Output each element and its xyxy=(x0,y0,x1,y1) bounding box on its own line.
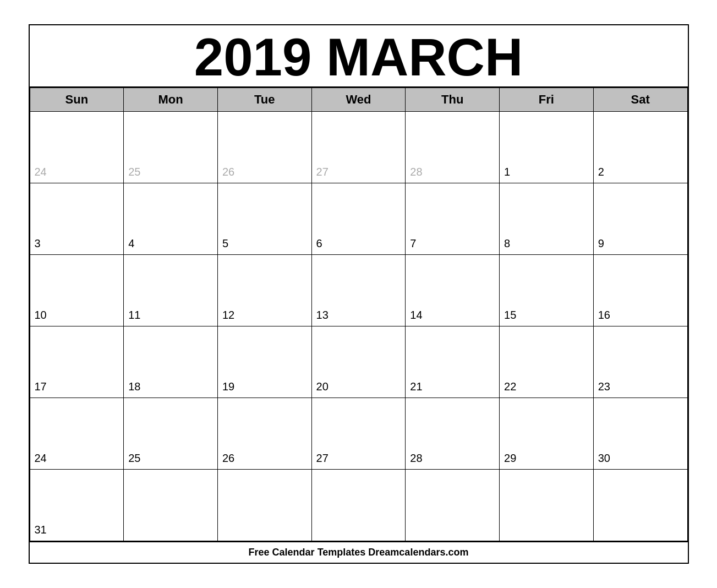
calendar-day-cell: 3 xyxy=(30,183,124,255)
calendar-day-cell: 28 xyxy=(406,398,500,470)
calendar-day-cell xyxy=(500,470,594,541)
calendar-day-cell: 25 xyxy=(124,398,218,470)
calendar-day-cell: 22 xyxy=(500,326,594,398)
calendar-day-cell: 12 xyxy=(217,255,311,326)
calendar-day-cell: 30 xyxy=(593,398,687,470)
day-of-week-header: Tue xyxy=(217,88,311,112)
calendar-day-cell: 24 xyxy=(30,398,124,470)
calendar-day-cell: 9 xyxy=(593,183,687,255)
day-of-week-header: Sun xyxy=(30,88,124,112)
day-of-week-header: Mon xyxy=(124,88,218,112)
calendar-day-cell: 14 xyxy=(406,255,500,326)
calendar-day-cell: 15 xyxy=(500,255,594,326)
calendar-day-cell: 13 xyxy=(311,255,406,326)
calendar-week-row: 24252627282930 xyxy=(30,398,687,470)
calendar-title: 2019 MARCH xyxy=(30,25,688,88)
calendar-week-row: 3456789 xyxy=(30,183,687,255)
calendar-day-cell: 25 xyxy=(124,112,218,183)
calendar-week-row: 17181920212223 xyxy=(30,326,687,398)
calendar-day-cell: 10 xyxy=(30,255,124,326)
calendar-day-cell: 17 xyxy=(30,326,124,398)
day-of-week-header: Wed xyxy=(311,88,406,112)
calendar-day-cell: 11 xyxy=(124,255,218,326)
calendar-day-cell: 2 xyxy=(593,112,687,183)
day-of-week-header: Sat xyxy=(593,88,687,112)
calendar-day-cell: 7 xyxy=(406,183,500,255)
calendar-day-cell: 20 xyxy=(311,326,406,398)
day-of-week-header: Fri xyxy=(500,88,594,112)
calendar-day-cell: 19 xyxy=(217,326,311,398)
calendar-day-cell: 6 xyxy=(311,183,406,255)
calendar-day-cell: 21 xyxy=(406,326,500,398)
day-of-week-header: Thu xyxy=(406,88,500,112)
day-header-row: SunMonTueWedThuFriSat xyxy=(30,88,687,112)
calendar-day-cell: 1 xyxy=(500,112,594,183)
calendar-week-row: 31 xyxy=(30,470,687,541)
calendar-day-cell: 4 xyxy=(124,183,218,255)
calendar-table: SunMonTueWedThuFriSat 242526272812345678… xyxy=(30,88,688,541)
calendar-day-cell: 28 xyxy=(406,112,500,183)
calendar-day-cell: 8 xyxy=(500,183,594,255)
calendar-day-cell: 18 xyxy=(124,326,218,398)
calendar-week-row: 242526272812 xyxy=(30,112,687,183)
calendar-day-cell: 5 xyxy=(217,183,311,255)
calendar-day-cell: 27 xyxy=(311,112,406,183)
calendar-day-cell: 26 xyxy=(217,112,311,183)
calendar-day-cell: 23 xyxy=(593,326,687,398)
calendar-day-cell xyxy=(311,470,406,541)
calendar-footer: Free Calendar Templates Dreamcalendars.c… xyxy=(30,541,688,563)
calendar-day-cell: 29 xyxy=(500,398,594,470)
calendar-day-cell: 31 xyxy=(30,470,124,541)
calendar-day-cell: 26 xyxy=(217,398,311,470)
calendar: 2019 MARCH SunMonTueWedThuFriSat 2425262… xyxy=(29,24,689,564)
calendar-day-cell: 24 xyxy=(30,112,124,183)
calendar-day-cell xyxy=(124,470,218,541)
calendar-day-cell xyxy=(593,470,687,541)
calendar-day-cell: 16 xyxy=(593,255,687,326)
calendar-week-row: 10111213141516 xyxy=(30,255,687,326)
calendar-day-cell xyxy=(406,470,500,541)
calendar-day-cell xyxy=(217,470,311,541)
calendar-day-cell: 27 xyxy=(311,398,406,470)
